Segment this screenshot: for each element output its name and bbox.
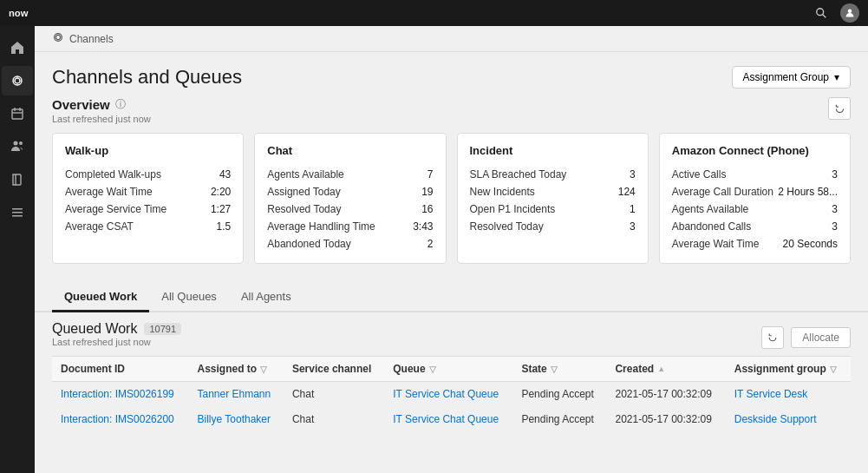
- svg-point-1: [817, 9, 824, 16]
- svg-rect-5: [12, 109, 23, 119]
- card-title-incident: Incident: [470, 144, 636, 157]
- cell-doc-id: Interaction: IMS0026199: [52, 382, 189, 407]
- main-content: Channels Channels and Queues Assignment …: [35, 26, 868, 473]
- tab-all-agents[interactable]: All Agents: [229, 283, 303, 312]
- svg-text:now: now: [9, 8, 29, 18]
- allocate-button[interactable]: Allocate: [791, 327, 851, 348]
- queue-link[interactable]: IT Service Chat Queue: [393, 413, 499, 425]
- stats-row: Agents Available 7: [267, 166, 433, 183]
- tab-all-queues[interactable]: All Queues: [149, 283, 229, 312]
- svg-line-2: [823, 15, 826, 18]
- queued-work-title-row: Queued Work 10791: [52, 321, 181, 337]
- stats-row: Abandoned Today 2: [267, 235, 433, 253]
- sort-icon[interactable]: ▲: [657, 365, 665, 373]
- cell-assignment-group: IT Service Desk: [726, 382, 851, 407]
- app-logo: now: [9, 6, 43, 20]
- assigned-to-link[interactable]: Tanner Ehmann: [198, 388, 271, 400]
- overview-info-icon: ⓘ: [115, 97, 126, 112]
- stats-card-amazon: Amazon Connect (Phone) Active Calls 3 Av…: [659, 133, 851, 264]
- overview-subtitle: Last refreshed just now: [52, 114, 851, 124]
- stats-row: Average Service Time 1:27: [65, 200, 231, 218]
- chevron-down-icon: ▾: [834, 71, 839, 83]
- overview-refresh-button[interactable]: [828, 97, 851, 120]
- queue-link[interactable]: IT Service Chat Queue: [393, 388, 499, 400]
- assignment-group-link[interactable]: Deskside Support: [734, 413, 817, 425]
- stats-row: Average Handling Time 3:43: [267, 218, 433, 235]
- queued-work-header: Queued Work 10791 Last refreshed just no…: [52, 321, 851, 354]
- table-row: Interaction: IMS0026200 Billye Toothaker…: [52, 407, 851, 432]
- sidebar-item-book[interactable]: [2, 165, 33, 194]
- stats-row: Active Calls 3: [672, 166, 838, 183]
- table-row: Interaction: IMS0026199 Tanner Ehmann Ch…: [52, 382, 851, 407]
- stats-row: Average Wait Time 20 Seconds: [672, 235, 838, 253]
- queued-work-title: Queued Work: [52, 321, 137, 337]
- svg-rect-13: [12, 212, 23, 214]
- cell-assignment-group: Deskside Support: [726, 407, 851, 432]
- col-created: Created ▲: [606, 357, 725, 382]
- cell-queue: IT Service Chat Queue: [384, 382, 512, 407]
- stats-row: Open P1 Incidents 1: [470, 200, 636, 218]
- svg-point-10: [19, 141, 23, 145]
- cell-service-channel: Chat: [284, 407, 384, 432]
- sidebar-item-menu[interactable]: [2, 198, 33, 227]
- col-assigned-to: Assigned to ▽: [189, 357, 284, 382]
- assigned-to-link[interactable]: Billye Toothaker: [198, 413, 271, 425]
- card-title-amazon: Amazon Connect (Phone): [672, 144, 838, 157]
- stats-card-walkup: Walk-up Completed Walk-ups 43 Average Wa…: [52, 133, 244, 264]
- cell-assigned-to: Tanner Ehmann: [189, 382, 284, 407]
- filter-icon[interactable]: ▽: [551, 365, 558, 374]
- col-state: State ▽: [512, 357, 606, 382]
- stats-row: Resolved Today 3: [470, 218, 636, 235]
- sidebar-item-home[interactable]: [2, 33, 33, 62]
- stats-row: Agents Available 3: [672, 200, 838, 218]
- col-service-channel: Service channel: [284, 357, 384, 382]
- tab-queued-work[interactable]: Queued Work: [52, 283, 149, 312]
- sidebar-item-people[interactable]: [2, 132, 33, 161]
- cell-assigned-to: Billye Toothaker: [189, 407, 284, 432]
- search-icon[interactable]: [813, 4, 830, 22]
- overview-title: Overview: [52, 97, 110, 112]
- user-avatar[interactable]: [840, 3, 859, 23]
- stats-row: New Incidents 124: [470, 183, 636, 200]
- filter-icon[interactable]: ▽: [830, 365, 837, 374]
- page-header: Channels and Queues Assignment Group ▾: [35, 52, 868, 97]
- breadcrumb-icon: [52, 31, 64, 46]
- queued-work-table: Document ID Assigned to ▽ Service channe: [52, 356, 851, 432]
- assignment-group-link[interactable]: IT Service Desk: [734, 388, 807, 400]
- cell-service-channel: Chat: [284, 382, 384, 407]
- stats-row: Abandoned Calls 3: [672, 218, 838, 235]
- doc-id-link[interactable]: Interaction: IMS0026199: [61, 388, 174, 400]
- filter-icon[interactable]: ▽: [429, 365, 436, 374]
- cell-queue: IT Service Chat Queue: [384, 407, 512, 432]
- cell-state: Pending Accept: [512, 382, 606, 407]
- svg-point-15: [55, 35, 60, 39]
- assignment-group-button[interactable]: Assignment Group ▾: [732, 66, 851, 89]
- stats-row: Completed Walk-ups 43: [65, 166, 231, 183]
- card-title-chat: Chat: [267, 144, 433, 157]
- page-title: Channels and Queues: [52, 66, 242, 89]
- refresh-button[interactable]: [761, 326, 784, 349]
- doc-id-link[interactable]: Interaction: IMS0026200: [61, 413, 174, 425]
- col-document-id: Document ID: [52, 357, 189, 382]
- stats-row: Average Wait Time 2:20: [65, 183, 231, 200]
- table-header-row: Document ID Assigned to ▽ Service channe: [52, 357, 851, 382]
- col-assignment-group: Assignment group ▽: [726, 357, 851, 382]
- breadcrumb-text: Channels: [69, 33, 114, 45]
- cell-created: 2021-05-17 00:32:09: [606, 407, 725, 432]
- svg-point-9: [14, 141, 18, 146]
- sidebar-item-channels[interactable]: [2, 66, 33, 95]
- stats-card-chat: Chat Agents Available 7 Assigned Today 1…: [254, 133, 446, 264]
- stats-grid: Walk-up Completed Walk-ups 43 Average Wa…: [52, 133, 851, 264]
- queued-work-section: Queued Work 10791 Last refreshed just no…: [35, 312, 868, 432]
- stats-row: Average CSAT 1.5: [65, 218, 231, 235]
- sidebar: [0, 26, 35, 473]
- sidebar-item-calendar[interactable]: [2, 99, 33, 128]
- stats-row: Assigned Today 19: [267, 183, 433, 200]
- queued-work-subtitle: Last refreshed just now: [52, 337, 181, 347]
- overview-wrapper: Overview ⓘ Last refreshed just now Walk-…: [52, 97, 851, 264]
- tabs-bar: Queued Work All Queues All Agents: [35, 283, 868, 312]
- filter-icon[interactable]: ▽: [260, 365, 267, 374]
- stats-row: Average Call Duration 2 Hours 58...: [672, 183, 838, 200]
- app-container: Channels Channels and Queues Assignment …: [0, 26, 868, 473]
- breadcrumb: Channels: [35, 26, 868, 52]
